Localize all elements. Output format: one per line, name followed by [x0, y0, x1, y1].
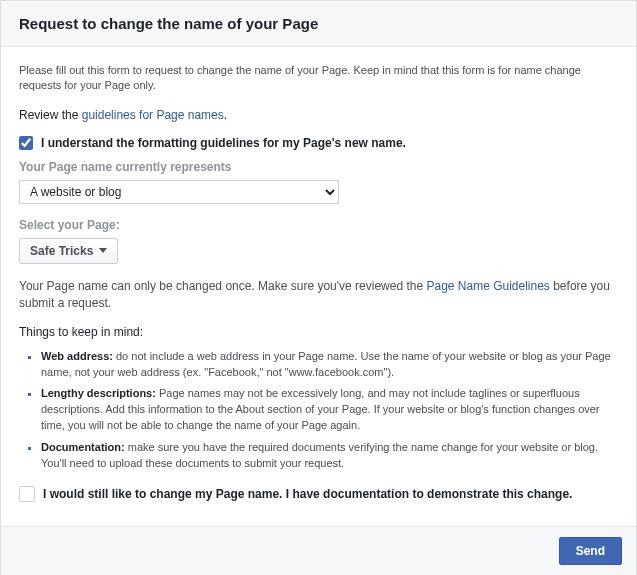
list-item-text: make sure you have the required document…: [41, 441, 598, 469]
represents-label: Your Page name currently represents: [19, 160, 618, 174]
list-item-bold: Lengthy descriptions:: [41, 387, 156, 399]
send-button[interactable]: Send: [559, 537, 622, 565]
understand-checkbox-row: I understand the formatting guidelines f…: [19, 136, 618, 150]
select-page-dropdown[interactable]: Safe Tricks: [19, 238, 118, 264]
dialog-title: Request to change the name of your Page: [19, 15, 618, 32]
list-item: Documentation: make sure you have the re…: [41, 440, 618, 472]
dialog-footer: Send: [1, 526, 636, 575]
review-prefix: Review the: [19, 108, 82, 122]
intro-text: Please fill out this form to request to …: [19, 63, 618, 94]
represents-select[interactable]: A website or blog: [19, 180, 339, 204]
review-guidelines-line: Review the guidelines for Page names.: [19, 108, 618, 122]
list-item: Web address: do not include a web addres…: [41, 349, 618, 381]
still-change-checkbox[interactable]: [19, 486, 35, 502]
guidelines-link[interactable]: guidelines for Page names: [82, 108, 224, 122]
selected-page-name: Safe Tricks: [30, 244, 93, 258]
list-item-text: do not include a web address in your Pag…: [41, 350, 611, 378]
select-page-label: Select your Page:: [19, 218, 618, 232]
mind-list: Web address: do not include a web addres…: [19, 349, 618, 473]
dialog-body: Please fill out this form to request to …: [1, 47, 636, 526]
list-item: Lengthy descriptions: Page names may not…: [41, 386, 618, 434]
still-change-checkbox-label[interactable]: I would still like to change my Page nam…: [43, 487, 572, 501]
list-item-bold: Web address:: [41, 350, 113, 362]
understand-checkbox[interactable]: [19, 136, 33, 150]
warning-pre: Your Page name can only be changed once.…: [19, 279, 426, 293]
mind-title: Things to keep in mind:: [19, 325, 618, 339]
caret-down-icon: [99, 248, 107, 253]
understand-checkbox-label[interactable]: I understand the formatting guidelines f…: [41, 136, 406, 150]
review-suffix: .: [224, 108, 227, 122]
page-name-guidelines-link[interactable]: Page Name Guidelines: [426, 279, 549, 293]
list-item-bold: Documentation:: [41, 441, 125, 453]
change-once-warning: Your Page name can only be changed once.…: [19, 278, 618, 313]
still-change-checkbox-row: I would still like to change my Page nam…: [19, 486, 618, 502]
dialog-header: Request to change the name of your Page: [1, 1, 636, 47]
dialog-container: Request to change the name of your Page …: [0, 0, 637, 575]
